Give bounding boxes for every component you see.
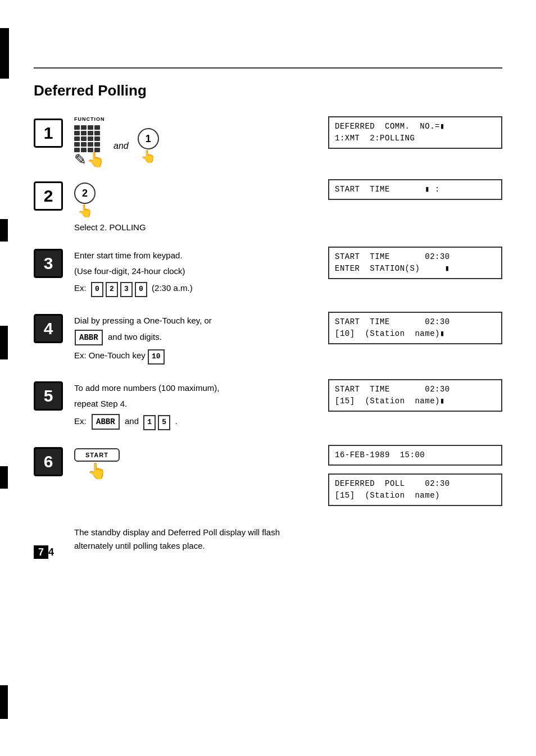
step-3-text: Enter start time from keypad. (Use four-… bbox=[74, 249, 317, 297]
step-5-display: START TIME 02:30 [15] (Station name)▮ bbox=[328, 379, 502, 432]
step-4-row: 4 Dial by pressing a One-Touch key, or A… bbox=[34, 312, 502, 367]
left-decoration-tab-5 bbox=[0, 685, 8, 719]
step-1-function-label: FUNCTION bbox=[74, 116, 317, 122]
abbr-key-4: ABBR bbox=[75, 330, 103, 345]
closing-text: The standby display and Deferred Poll di… bbox=[74, 526, 310, 553]
page-title: Deferred Polling bbox=[34, 82, 502, 99]
top-rule bbox=[34, 67, 502, 69]
step-5-text: To add more numbers (100 maximum), repea… bbox=[74, 381, 317, 430]
step-5-row: 5 To add more numbers (100 maximum), rep… bbox=[34, 379, 502, 432]
key-3: 3 bbox=[120, 282, 133, 297]
key-0b: 0 bbox=[135, 282, 147, 297]
keypad-icon: ✎👆 bbox=[74, 125, 105, 167]
lcd-step-5: START TIME 02:30 [15] (Station name)▮ bbox=[328, 379, 502, 412]
start-button-illustration: START 👆 bbox=[74, 448, 120, 480]
step-2-illustration: 2 👆 bbox=[74, 183, 317, 218]
key-circle-1: 1 bbox=[138, 128, 159, 149]
abbr-key-5: ABBR bbox=[92, 414, 120, 430]
start-btn-label: START bbox=[74, 448, 120, 462]
step-1-row: 1 FUNCTION ✎👆 and bbox=[34, 116, 502, 167]
step-2-number: 2 bbox=[34, 181, 63, 211]
step-2-display: START TIME ▮ : bbox=[328, 179, 502, 234]
step-3-display: START TIME 02:30 ENTER STATION(S) ▮ bbox=[328, 247, 502, 299]
lcd-step-6-top: 16-FEB-1989 15:00 bbox=[328, 445, 502, 466]
step-3-row: 3 Enter start time from keypad. (Use fou… bbox=[34, 247, 502, 299]
step-1-illustration: ✎👆 and 1 👆 bbox=[74, 125, 317, 167]
step-5-number: 5 bbox=[34, 381, 63, 411]
key-2-with-hand: 2 👆 bbox=[74, 183, 96, 218]
page-number: 7744 bbox=[34, 546, 54, 558]
key-5: 5 bbox=[158, 415, 170, 430]
step-2-row: 2 2 👆 Select 2. POLLING START TIME ▮ bbox=[34, 179, 502, 234]
step-4-display: START TIME 02:30 [10] (Station name)▮ bbox=[328, 312, 502, 367]
step-4-number: 4 bbox=[34, 314, 63, 343]
step-6-row: 6 START 👆 16-FEB-1989 15:00 DEFERRED POL… bbox=[34, 445, 502, 512]
lcd-step-3: START TIME 02:30 ENTER STATION(S) ▮ bbox=[328, 247, 502, 279]
step-3-number: 3 bbox=[34, 249, 63, 278]
lcd-step-6-bottom: DEFERRED POLL 02:30 [15] (Station name) bbox=[328, 473, 502, 506]
key-1-with-hand: 1 👆 bbox=[138, 128, 159, 164]
step-4-text: Dial by pressing a One-Touch key, or ABB… bbox=[74, 314, 317, 365]
step-6-displays: 16-FEB-1989 15:00 DEFERRED POLL 02:30 [1… bbox=[328, 445, 502, 506]
key-10: 10 bbox=[148, 349, 165, 365]
and-text: and bbox=[113, 141, 129, 151]
key-2: 2 bbox=[106, 282, 118, 297]
lcd-step-4: START TIME 02:30 [10] (Station name)▮ bbox=[328, 312, 502, 344]
step-1-number: 1 bbox=[34, 119, 63, 148]
step-1-display: DEFERRED COMM. NO.=▮ 1:XMT 2:POLLING bbox=[328, 116, 502, 167]
key-0a: 0 bbox=[91, 282, 103, 297]
lcd-step-2: START TIME ▮ : bbox=[328, 179, 502, 200]
key-circle-2: 2 bbox=[74, 183, 96, 204]
step-2-text: Select 2. POLLING bbox=[74, 221, 317, 234]
key-1: 1 bbox=[143, 415, 156, 430]
step-6-number: 6 bbox=[34, 447, 63, 476]
lcd-step-1: DEFERRED COMM. NO.=▮ 1:XMT 2:POLLING bbox=[328, 116, 502, 149]
